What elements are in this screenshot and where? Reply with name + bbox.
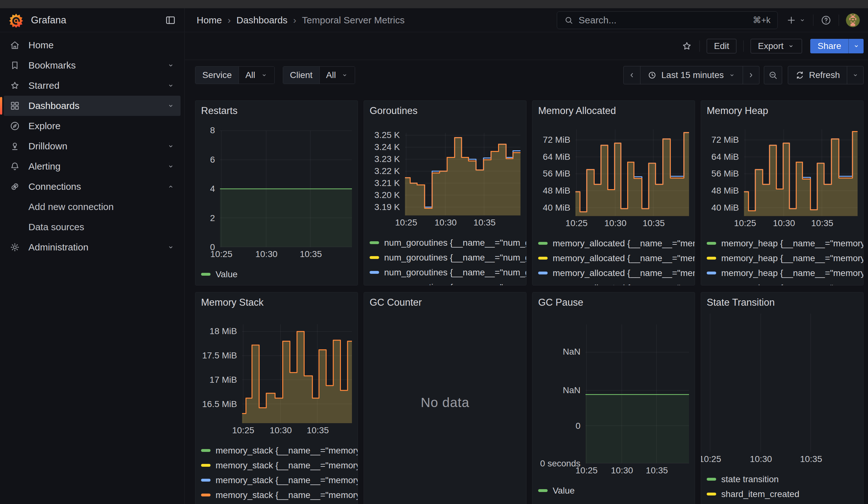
plot-area[interactable] bbox=[709, 313, 858, 452]
x-axis-label: 10:35 bbox=[307, 425, 329, 435]
service-filter: Service All bbox=[195, 66, 275, 84]
time-range-picker[interactable]: Last 15 minutes bbox=[640, 66, 743, 84]
sidebar-item-administration[interactable]: Administration bbox=[0, 237, 184, 257]
y-axis bbox=[707, 313, 709, 452]
panel-title-memory_allocated[interactable]: Memory Allocated bbox=[538, 101, 689, 116]
breadcrumb-item-temporal-server-metrics[interactable]: Temporal Server Metrics bbox=[302, 15, 405, 25]
plot-area[interactable] bbox=[220, 131, 352, 247]
breadcrumb-item-dashboards[interactable]: Dashboards bbox=[236, 15, 288, 25]
sidebar-item-home[interactable]: Home bbox=[0, 35, 184, 55]
legend-item[interactable]: Value bbox=[201, 267, 352, 282]
legend-item[interactable]: num_goroutines {__name__="num_go bbox=[370, 250, 520, 265]
help-button[interactable] bbox=[820, 14, 832, 26]
sidebar-item-add-new-connection[interactable]: Add new connection bbox=[0, 197, 184, 217]
sidebar-item-bookmarks[interactable]: Bookmarks bbox=[0, 55, 184, 75]
avatar[interactable] bbox=[846, 13, 860, 27]
panel-title-restarts[interactable]: Restarts bbox=[201, 101, 352, 116]
legend-item[interactable]: state transition bbox=[707, 472, 858, 487]
legend-item[interactable]: memory_allocated {__name__="memo bbox=[538, 266, 689, 280]
sidebar-item-label: Starred bbox=[28, 80, 59, 91]
sidebar-item-alerting[interactable]: Alerting bbox=[0, 156, 184, 176]
x-axis-label: 10:35 bbox=[800, 454, 822, 464]
legend-item[interactable]: memory_stack {__name__="memory_s bbox=[201, 443, 352, 458]
refresh-button[interactable]: Refresh bbox=[788, 66, 847, 84]
chart-gc_pause[interactable]: NaNNaN00 seconds bbox=[538, 324, 689, 464]
legend-item[interactable]: memory_heap {__name__="memory_h bbox=[707, 251, 858, 266]
x-axis-label: 10:30 bbox=[773, 218, 795, 228]
legend-item[interactable]: memory_heap {__name__="memory_h bbox=[707, 280, 858, 286]
refresh-group: Refresh bbox=[788, 66, 864, 84]
legend-item[interactable]: shard_item_created bbox=[707, 487, 858, 502]
apps-icon bbox=[9, 101, 20, 111]
service-filter-value[interactable]: All bbox=[239, 66, 274, 84]
favorite-star-icon[interactable] bbox=[681, 40, 693, 52]
panel-title-gc_pause[interactable]: GC Pause bbox=[538, 292, 689, 308]
client-filter-value[interactable]: All bbox=[320, 66, 355, 84]
legend-label: memory_stack {__name__="memory_s bbox=[216, 490, 358, 500]
refresh-interval-button[interactable] bbox=[847, 66, 863, 84]
plot-area[interactable] bbox=[744, 129, 858, 216]
time-shift-forward-button[interactable] bbox=[743, 66, 759, 84]
search-shortcut: ⌘+k bbox=[753, 15, 771, 25]
legend-item[interactable]: Value bbox=[538, 483, 689, 498]
panel-title-state_transition[interactable]: State Transition bbox=[707, 292, 858, 308]
x-axis-label: 10:30 bbox=[750, 454, 772, 464]
service-filter-selected: All bbox=[245, 70, 255, 80]
legend-item[interactable]: num_goroutines {__name__="num_go bbox=[370, 265, 520, 280]
panel-title-memory_stack[interactable]: Memory Stack bbox=[201, 292, 352, 308]
edit-button[interactable]: Edit bbox=[707, 39, 736, 53]
sidebar-item-dashboards[interactable]: Dashboards bbox=[4, 96, 180, 116]
sidebar-item-label: Dashboards bbox=[28, 101, 80, 111]
x-axis-label: 10:25 bbox=[701, 454, 721, 464]
legend: Value bbox=[201, 267, 352, 282]
legend-item[interactable]: memory_heap {__name__="memory_h bbox=[707, 236, 858, 251]
sidebar-item-connections[interactable]: Connections bbox=[0, 176, 184, 197]
sidebar-item-label: Home bbox=[28, 40, 54, 51]
legend-item[interactable]: num_goroutines {__name__="num_go bbox=[370, 280, 520, 286]
zoom-out-button[interactable] bbox=[764, 66, 782, 84]
chart-memory_stack[interactable]: 18 MiB17.5 MiB17 MiB16.5 MiB bbox=[201, 324, 352, 423]
topbar-brand-section: Grafana bbox=[0, 8, 185, 32]
share-dropdown-button[interactable] bbox=[848, 39, 864, 53]
legend-swatch-icon bbox=[707, 257, 716, 260]
legend-item[interactable]: memory_heap {__name__="memory_h bbox=[707, 266, 858, 280]
legend-item[interactable]: memory_stack {__name__="memory_s bbox=[201, 473, 352, 487]
sidebar-toggle-icon[interactable] bbox=[165, 14, 176, 26]
chart-memory_heap[interactable]: 72 MiB64 MiB56 MiB48 MiB40 MiB bbox=[707, 129, 858, 216]
plot-area[interactable] bbox=[242, 324, 352, 423]
time-shift-back-button[interactable] bbox=[624, 66, 640, 84]
plot-area[interactable] bbox=[586, 324, 689, 464]
legend-item[interactable]: memory_stack {__name__="memory_s bbox=[201, 458, 352, 473]
chart-state_transition[interactable] bbox=[707, 313, 858, 452]
search-input[interactable]: Search... ⌘+k bbox=[557, 11, 778, 29]
add-button[interactable] bbox=[786, 15, 806, 25]
panel-title-goroutines[interactable]: Goroutines bbox=[370, 101, 520, 116]
breadcrumb-separator: › bbox=[293, 15, 296, 25]
legend-item[interactable]: memory_stack {__name__="memory_s bbox=[201, 487, 352, 502]
sidebar-item-explore[interactable]: Explore bbox=[0, 116, 184, 136]
plot-area[interactable] bbox=[405, 133, 520, 216]
chart-memory_allocated[interactable]: 72 MiB64 MiB56 MiB48 MiB40 MiB bbox=[538, 129, 689, 216]
chart-restarts[interactable]: 86420 bbox=[201, 131, 352, 247]
legend-item[interactable]: num_goroutines {__name__="num_go bbox=[370, 235, 520, 250]
star-icon bbox=[9, 80, 20, 91]
legend-item[interactable]: memory_allocated {__name__="memo bbox=[538, 251, 689, 266]
x-axis-label: 10:35 bbox=[300, 249, 322, 259]
legend-label: num_goroutines {__name__="num_go bbox=[384, 253, 526, 263]
chart-goroutines[interactable]: 3.25 K3.24 K3.23 K3.22 K3.21 K3.20 K3.19… bbox=[370, 133, 520, 216]
share-button[interactable]: Share bbox=[810, 39, 848, 53]
legend-item[interactable]: memory_allocated {__name__="memo bbox=[538, 280, 689, 286]
panel-title-memory_heap[interactable]: Memory Heap bbox=[707, 101, 858, 116]
sidebar-item-data-sources[interactable]: Data sources bbox=[0, 217, 184, 237]
compass-icon bbox=[9, 121, 20, 131]
sidebar-item-drilldown[interactable]: Drilldown bbox=[0, 136, 184, 156]
export-button[interactable]: Export bbox=[751, 39, 802, 53]
y-axis-label: 4 bbox=[210, 184, 215, 194]
breadcrumb-item-home[interactable]: Home bbox=[197, 15, 222, 25]
sidebar-item-starred[interactable]: Starred bbox=[0, 75, 184, 96]
grafana-logo-icon[interactable] bbox=[9, 13, 23, 28]
chevron-down-icon bbox=[851, 71, 859, 79]
legend-label: memory_allocated {__name__="memo bbox=[553, 253, 695, 263]
legend-item[interactable]: memory_allocated {__name__="memo bbox=[538, 236, 689, 251]
plot-area[interactable] bbox=[576, 129, 689, 216]
